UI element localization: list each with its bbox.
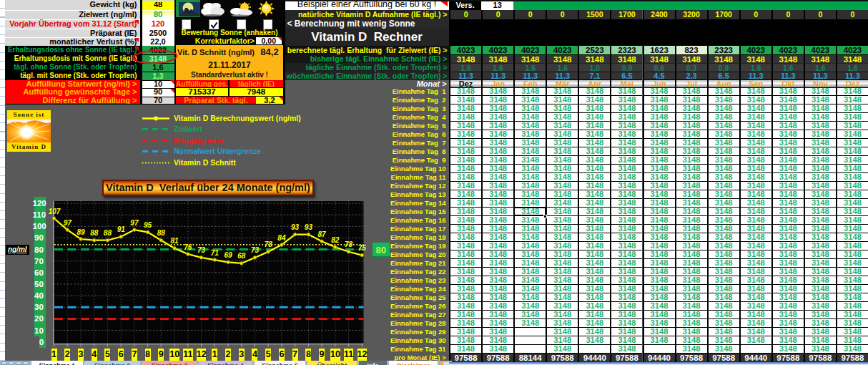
svg-text:93: 93 (305, 223, 313, 231)
svg-text:71: 71 (211, 249, 220, 257)
svg-text:88: 88 (157, 229, 166, 237)
svg-text:89: 89 (77, 228, 85, 236)
svg-text:95: 95 (144, 221, 152, 229)
svg-text:68: 68 (237, 252, 246, 260)
svg-text:97: 97 (130, 219, 139, 227)
svg-text:97: 97 (64, 219, 72, 227)
svg-text:76: 76 (184, 243, 192, 251)
svg-text:75: 75 (358, 244, 367, 252)
svg-text:84: 84 (277, 234, 286, 242)
svg-text:82: 82 (331, 236, 340, 244)
svg-text:81: 81 (171, 237, 179, 245)
svg-text:78: 78 (345, 240, 353, 248)
svg-text:78: 78 (265, 240, 273, 248)
svg-text:91: 91 (117, 225, 126, 233)
svg-text:88: 88 (104, 229, 112, 237)
svg-text:93: 93 (291, 223, 300, 231)
svg-text:73: 73 (197, 246, 206, 254)
svg-text:107: 107 (49, 208, 61, 215)
svg-text:87: 87 (318, 230, 327, 238)
svg-text:69: 69 (224, 251, 232, 259)
svg-text:88: 88 (90, 229, 99, 237)
svg-text:73: 73 (251, 246, 260, 254)
